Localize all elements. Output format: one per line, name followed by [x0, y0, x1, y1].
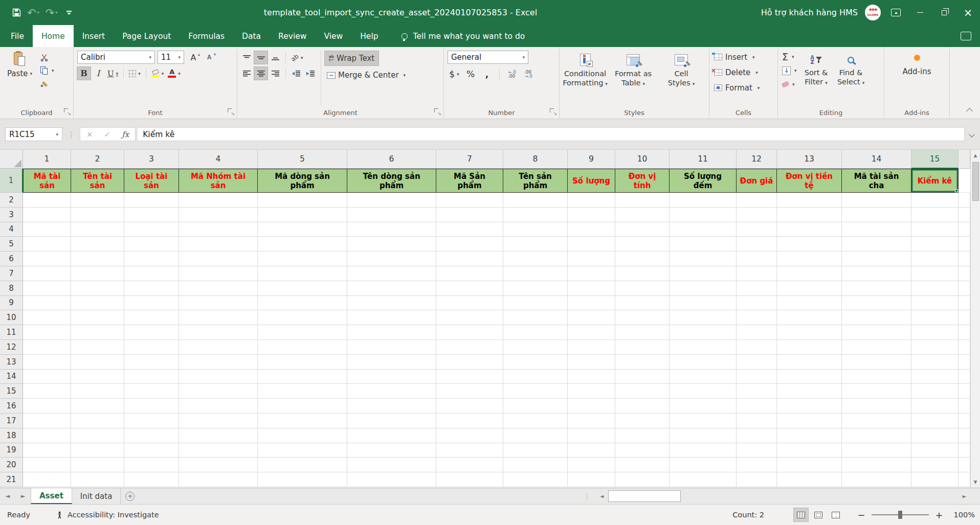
cell-styles-button[interactable]: Cell Styles	[658, 50, 704, 106]
grid-cell[interactable]	[737, 325, 777, 340]
grid-cell[interactable]	[23, 325, 71, 340]
grid-cell[interactable]	[179, 384, 258, 399]
alignment-dialog-launcher-icon[interactable]	[434, 108, 441, 115]
grid-cell[interactable]	[258, 414, 347, 428]
column-header-14[interactable]: 14	[842, 150, 911, 169]
grid-cell[interactable]	[842, 443, 911, 458]
grid-cell[interactable]	[503, 458, 568, 472]
header-cell-col7[interactable]: Mã Sản phẩm	[436, 169, 503, 193]
grid-cell[interactable]	[737, 222, 777, 237]
grid-cell[interactable]	[568, 384, 615, 399]
row-header-1[interactable]: 1	[0, 169, 23, 193]
percent-style-button[interactable]: %	[464, 67, 477, 80]
grid-cell[interactable]	[179, 458, 258, 472]
grid-cell[interactable]	[777, 458, 842, 472]
header-cell-col14[interactable]: Mã tài sản cha	[842, 169, 911, 193]
grid-cell[interactable]	[842, 296, 911, 311]
grid-cell[interactable]	[503, 340, 568, 355]
increase-font-size-button[interactable]: A▴	[187, 51, 200, 64]
grid-cell[interactable]	[71, 237, 124, 252]
grid-cell[interactable]	[568, 355, 615, 370]
top-align-button[interactable]	[240, 51, 253, 64]
grid-cell-filler[interactable]	[959, 325, 970, 340]
grid-cell[interactable]	[347, 325, 436, 340]
grid-cell[interactable]	[71, 472, 124, 487]
grid-cell[interactable]	[615, 310, 670, 325]
grid-cell[interactable]	[568, 237, 615, 252]
grid-cell[interactable]	[71, 222, 124, 237]
grid-cell[interactable]	[347, 414, 436, 428]
format-cells-button[interactable]: Format	[714, 81, 773, 94]
grid-cell[interactable]	[777, 428, 842, 443]
grid-cell[interactable]	[23, 370, 71, 384]
paste-button[interactable]: Paste	[4, 50, 36, 106]
grid-cell[interactable]	[568, 428, 615, 443]
header-cell-col8[interactable]: Tên sản phẩm	[503, 169, 568, 193]
grid-cell[interactable]	[911, 252, 959, 266]
formula-bar-input[interactable]: Kiểm kê	[138, 127, 965, 141]
row-header-2[interactable]: 2	[0, 193, 23, 208]
collapse-ribbon-button[interactable]	[966, 108, 973, 115]
tab-data[interactable]: Data	[233, 25, 270, 47]
grid-cell[interactable]	[124, 472, 179, 487]
grid-cell[interactable]	[124, 340, 179, 355]
grid-cell[interactable]	[842, 237, 911, 252]
column-header-15[interactable]: 15	[911, 150, 959, 169]
grid-cell[interactable]	[179, 325, 258, 340]
row-header-12[interactable]: 12	[0, 340, 23, 355]
grid-cell[interactable]	[911, 399, 959, 414]
grid-cell[interactable]	[124, 208, 179, 222]
grid-cell[interactable]	[777, 384, 842, 399]
italic-button[interactable]: I	[92, 67, 105, 80]
grid-cell[interactable]	[777, 281, 842, 296]
vertical-scrollbar[interactable]: ▲ ▼	[970, 150, 980, 488]
header-cell-col9[interactable]: Số lượng	[568, 169, 615, 193]
clipboard-dialog-launcher-icon[interactable]	[64, 108, 71, 115]
grid-cell[interactable]	[615, 237, 670, 252]
grid-cell[interactable]	[436, 266, 503, 281]
font-dialog-launcher-icon[interactable]	[228, 108, 234, 115]
grid-cell[interactable]	[347, 222, 436, 237]
grid-cell[interactable]	[568, 252, 615, 266]
ribbon-display-options-button[interactable]	[891, 9, 901, 16]
grid-cell-filler[interactable]	[959, 222, 970, 237]
grid-cell[interactable]	[436, 296, 503, 311]
grid-cell[interactable]	[124, 443, 179, 458]
grid-cell[interactable]	[503, 355, 568, 370]
tab-page-layout[interactable]: Page Layout	[114, 25, 180, 47]
bold-button[interactable]: B	[77, 67, 91, 80]
grid-cell-filler[interactable]	[959, 443, 970, 458]
header-cell-col13[interactable]: Đơn vị tiền tệ	[777, 169, 842, 193]
grid-cell[interactable]	[179, 370, 258, 384]
grid-cell[interactable]	[503, 325, 568, 340]
grid-cell[interactable]	[258, 443, 347, 458]
grid-cell[interactable]	[179, 443, 258, 458]
row-header-20[interactable]: 20	[0, 458, 23, 472]
header-cell-col4[interactable]: Mã Nhóm tài sản	[179, 169, 258, 193]
zoom-out-button[interactable]: −	[857, 510, 865, 520]
enter-icon[interactable]: ✓	[104, 130, 111, 139]
grid-cell[interactable]	[737, 208, 777, 222]
number-format-select[interactable]: General▾	[448, 51, 528, 64]
grid-cell[interactable]	[124, 237, 179, 252]
grid-cell[interactable]	[842, 208, 911, 222]
increase-indent-button[interactable]	[304, 67, 317, 80]
grid-cell[interactable]	[737, 399, 777, 414]
grid-cell[interactable]	[911, 428, 959, 443]
grid-cell[interactable]	[503, 370, 568, 384]
merge-center-button[interactable]: ↔ Merge & Center	[325, 69, 408, 82]
tab-insert[interactable]: Insert	[74, 25, 114, 47]
grid-cell[interactable]	[737, 458, 777, 472]
grid-cell[interactable]	[347, 384, 436, 399]
grid-cell[interactable]	[670, 355, 737, 370]
hscroll-left-icon[interactable]: ◄	[596, 488, 607, 504]
grid-cell[interactable]	[179, 340, 258, 355]
grid-cell[interactable]	[436, 370, 503, 384]
grid-cell[interactable]	[615, 458, 670, 472]
grid-cell[interactable]	[179, 414, 258, 428]
grid-cell[interactable]	[842, 281, 911, 296]
tab-formulas[interactable]: Formulas	[180, 25, 233, 47]
grid-cell[interactable]	[911, 193, 959, 208]
grid-cell[interactable]	[347, 340, 436, 355]
grid-cell[interactable]	[615, 355, 670, 370]
